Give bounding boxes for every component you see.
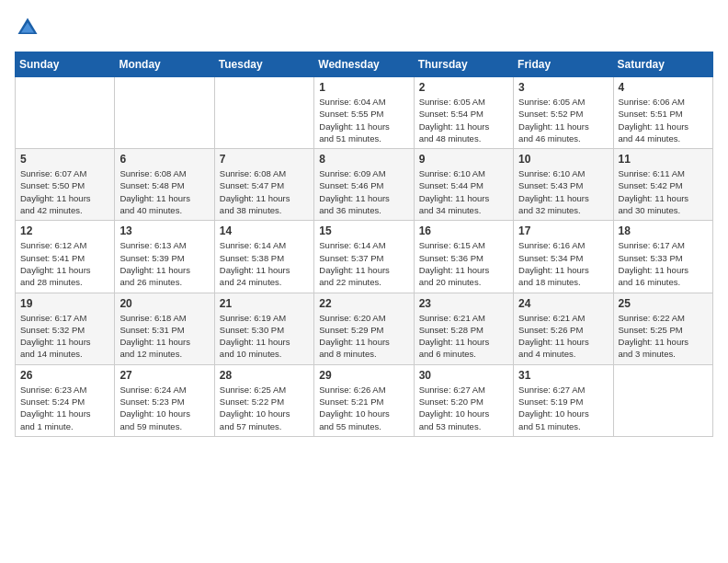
day-number: 27 <box>119 369 209 382</box>
day-number: 30 <box>419 369 508 382</box>
day-number: 8 <box>319 153 408 166</box>
day-number: 21 <box>220 297 309 310</box>
day-number: 20 <box>119 297 209 310</box>
calendar-cell <box>214 77 313 149</box>
calendar-cell <box>613 364 712 436</box>
weekday-header-thursday: Thursday <box>414 52 513 77</box>
day-info: Sunrise: 6:26 AM Sunset: 5:21 PM Dayligh… <box>319 384 408 432</box>
calendar-cell: 22Sunrise: 6:20 AM Sunset: 5:29 PM Dayli… <box>314 293 414 364</box>
calendar-cell: 1Sunrise: 6:04 AM Sunset: 5:55 PM Daylig… <box>314 77 414 149</box>
day-number: 5 <box>20 153 109 166</box>
day-number: 2 <box>419 81 508 94</box>
day-number: 24 <box>518 297 608 310</box>
calendar-cell: 14Sunrise: 6:14 AM Sunset: 5:38 PM Dayli… <box>214 221 313 293</box>
calendar-week-3: 19Sunrise: 6:17 AM Sunset: 5:32 PM Dayli… <box>16 293 713 364</box>
weekday-header-row: SundayMondayTuesdayWednesdayThursdayFrid… <box>16 52 713 77</box>
day-info: Sunrise: 6:15 AM Sunset: 5:36 PM Dayligh… <box>419 239 508 288</box>
calendar-cell: 17Sunrise: 6:16 AM Sunset: 5:34 PM Dayli… <box>514 221 613 293</box>
day-number: 28 <box>220 369 309 382</box>
weekday-header-saturday: Saturday <box>613 52 712 77</box>
calendar-cell: 19Sunrise: 6:17 AM Sunset: 5:32 PM Dayli… <box>16 293 115 364</box>
calendar-cell: 25Sunrise: 6:22 AM Sunset: 5:25 PM Dayli… <box>613 293 712 364</box>
day-number: 6 <box>119 153 209 166</box>
day-info: Sunrise: 6:10 AM Sunset: 5:44 PM Dayligh… <box>419 167 508 216</box>
day-info: Sunrise: 6:09 AM Sunset: 5:46 PM Dayligh… <box>319 167 408 216</box>
day-number: 29 <box>319 369 408 382</box>
day-info: Sunrise: 6:05 AM Sunset: 5:54 PM Dayligh… <box>419 96 508 144</box>
logo <box>15 15 44 40</box>
calendar-cell: 20Sunrise: 6:18 AM Sunset: 5:31 PM Dayli… <box>115 293 214 364</box>
calendar-cell: 4Sunrise: 6:06 AM Sunset: 5:51 PM Daylig… <box>613 77 712 149</box>
calendar-cell: 7Sunrise: 6:08 AM Sunset: 5:47 PM Daylig… <box>214 149 313 221</box>
calendar-cell: 30Sunrise: 6:27 AM Sunset: 5:20 PM Dayli… <box>414 364 513 436</box>
day-info: Sunrise: 6:21 AM Sunset: 5:28 PM Dayligh… <box>419 312 508 361</box>
calendar-cell: 28Sunrise: 6:25 AM Sunset: 5:22 PM Dayli… <box>214 364 313 436</box>
weekday-header-wednesday: Wednesday <box>314 52 414 77</box>
calendar-cell: 5Sunrise: 6:07 AM Sunset: 5:50 PM Daylig… <box>16 149 115 221</box>
day-info: Sunrise: 6:17 AM Sunset: 5:33 PM Dayligh… <box>619 239 708 288</box>
day-info: Sunrise: 6:17 AM Sunset: 5:32 PM Dayligh… <box>20 312 109 361</box>
day-info: Sunrise: 6:16 AM Sunset: 5:34 PM Dayligh… <box>518 239 608 288</box>
day-info: Sunrise: 6:20 AM Sunset: 5:29 PM Dayligh… <box>319 312 408 361</box>
calendar-cell: 15Sunrise: 6:14 AM Sunset: 5:37 PM Dayli… <box>314 221 414 293</box>
day-info: Sunrise: 6:07 AM Sunset: 5:50 PM Dayligh… <box>20 167 109 216</box>
day-number: 16 <box>419 224 508 237</box>
day-number: 14 <box>220 224 309 237</box>
calendar-cell: 10Sunrise: 6:10 AM Sunset: 5:43 PM Dayli… <box>514 149 613 221</box>
day-number: 25 <box>619 297 708 310</box>
day-number: 23 <box>419 297 508 310</box>
day-info: Sunrise: 6:05 AM Sunset: 5:52 PM Dayligh… <box>518 96 608 144</box>
day-info: Sunrise: 6:21 AM Sunset: 5:26 PM Dayligh… <box>518 312 608 361</box>
day-number: 12 <box>20 224 109 237</box>
calendar-cell: 12Sunrise: 6:12 AM Sunset: 5:41 PM Dayli… <box>16 221 115 293</box>
day-info: Sunrise: 6:27 AM Sunset: 5:19 PM Dayligh… <box>518 384 608 432</box>
day-info: Sunrise: 6:14 AM Sunset: 5:37 PM Dayligh… <box>319 239 408 288</box>
day-info: Sunrise: 6:19 AM Sunset: 5:30 PM Dayligh… <box>220 312 309 361</box>
weekday-header-sunday: Sunday <box>16 52 115 77</box>
calendar-cell: 27Sunrise: 6:24 AM Sunset: 5:23 PM Dayli… <box>115 364 214 436</box>
calendar-cell <box>16 77 115 149</box>
day-info: Sunrise: 6:13 AM Sunset: 5:39 PM Dayligh… <box>119 239 209 288</box>
day-info: Sunrise: 6:11 AM Sunset: 5:42 PM Dayligh… <box>619 167 708 216</box>
weekday-header-monday: Monday <box>115 52 214 77</box>
day-number: 13 <box>119 224 209 237</box>
calendar-week-0: 1Sunrise: 6:04 AM Sunset: 5:55 PM Daylig… <box>16 77 713 149</box>
day-number: 19 <box>20 297 109 310</box>
day-info: Sunrise: 6:10 AM Sunset: 5:43 PM Dayligh… <box>518 167 608 216</box>
weekday-header-friday: Friday <box>514 52 613 77</box>
day-number: 15 <box>319 224 408 237</box>
calendar-cell: 26Sunrise: 6:23 AM Sunset: 5:24 PM Dayli… <box>16 364 115 436</box>
day-number: 11 <box>619 153 708 166</box>
calendar-cell: 6Sunrise: 6:08 AM Sunset: 5:48 PM Daylig… <box>115 149 214 221</box>
day-number: 31 <box>518 369 608 382</box>
day-info: Sunrise: 6:08 AM Sunset: 5:48 PM Dayligh… <box>119 167 209 216</box>
calendar-cell: 21Sunrise: 6:19 AM Sunset: 5:30 PM Dayli… <box>214 293 313 364</box>
day-info: Sunrise: 6:24 AM Sunset: 5:23 PM Dayligh… <box>119 384 209 432</box>
day-info: Sunrise: 6:22 AM Sunset: 5:25 PM Dayligh… <box>619 312 708 361</box>
header <box>15 15 713 40</box>
day-number: 1 <box>319 81 408 94</box>
calendar-table: SundayMondayTuesdayWednesdayThursdayFrid… <box>15 52 713 437</box>
calendar-cell: 2Sunrise: 6:05 AM Sunset: 5:54 PM Daylig… <box>414 77 513 149</box>
weekday-header-tuesday: Tuesday <box>214 52 313 77</box>
day-number: 4 <box>619 81 708 94</box>
calendar-cell: 18Sunrise: 6:17 AM Sunset: 5:33 PM Dayli… <box>613 221 712 293</box>
calendar-cell: 11Sunrise: 6:11 AM Sunset: 5:42 PM Dayli… <box>613 149 712 221</box>
day-info: Sunrise: 6:08 AM Sunset: 5:47 PM Dayligh… <box>220 167 309 216</box>
calendar-cell <box>115 77 214 149</box>
calendar-cell: 29Sunrise: 6:26 AM Sunset: 5:21 PM Dayli… <box>314 364 414 436</box>
calendar-cell: 8Sunrise: 6:09 AM Sunset: 5:46 PM Daylig… <box>314 149 414 221</box>
calendar-cell: 3Sunrise: 6:05 AM Sunset: 5:52 PM Daylig… <box>514 77 613 149</box>
day-number: 26 <box>20 369 109 382</box>
calendar-week-4: 26Sunrise: 6:23 AM Sunset: 5:24 PM Dayli… <box>16 364 713 436</box>
day-number: 9 <box>419 153 508 166</box>
day-number: 7 <box>220 153 309 166</box>
day-number: 22 <box>319 297 408 310</box>
day-info: Sunrise: 6:27 AM Sunset: 5:20 PM Dayligh… <box>419 384 508 432</box>
calendar-cell: 9Sunrise: 6:10 AM Sunset: 5:44 PM Daylig… <box>414 149 513 221</box>
day-number: 10 <box>518 153 608 166</box>
day-info: Sunrise: 6:04 AM Sunset: 5:55 PM Dayligh… <box>319 96 408 144</box>
calendar-week-1: 5Sunrise: 6:07 AM Sunset: 5:50 PM Daylig… <box>16 149 713 221</box>
day-info: Sunrise: 6:14 AM Sunset: 5:38 PM Dayligh… <box>220 239 309 288</box>
day-number: 18 <box>619 224 708 237</box>
